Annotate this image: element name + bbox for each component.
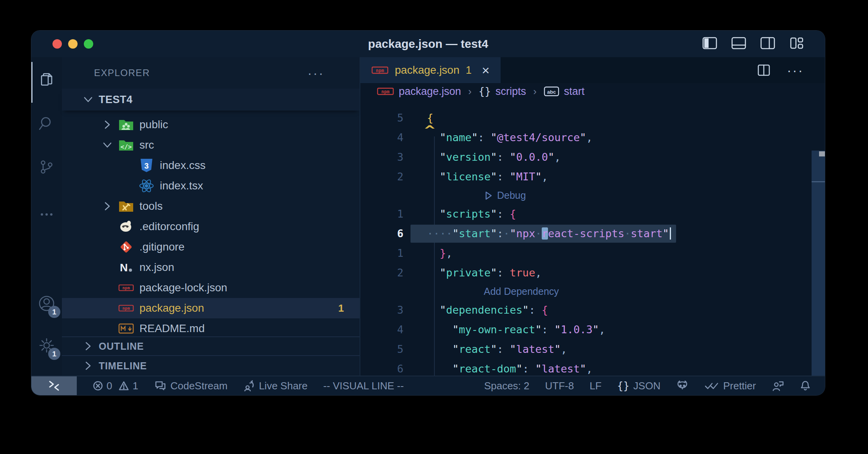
code-line[interactable]: 6 "react-dom": "latest",: [360, 359, 825, 376]
editor-more-actions-button[interactable]: ···: [787, 67, 804, 73]
codelens-label: Debug: [497, 187, 526, 204]
status-indentation[interactable]: Spaces: 2: [484, 380, 530, 392]
status-feedback[interactable]: [772, 380, 784, 392]
toggle-sidebar-right-button[interactable]: [760, 36, 776, 52]
breadcrumb-scripts[interactable]: {}scripts: [479, 85, 526, 98]
tree-item-src[interactable]: </>src: [62, 135, 360, 155]
tab-bar: npm package.json 1 × ···: [360, 57, 825, 83]
line-number[interactable]: 3: [360, 300, 403, 320]
status-live-share[interactable]: Live Share: [243, 380, 307, 392]
errors-icon: [92, 380, 103, 391]
toggle-panel-button[interactable]: [731, 36, 747, 52]
tree-item-tools[interactable]: tools: [62, 196, 360, 216]
line-number[interactable]: 4: [360, 128, 403, 147]
split-editor-button[interactable]: [756, 63, 771, 78]
npm-icon: npm: [377, 86, 394, 96]
close-tab-button[interactable]: ×: [482, 64, 490, 76]
tree-item-readme-md[interactable]: README.md: [62, 318, 360, 336]
markdown-icon: [118, 321, 134, 336]
outline-label: OUTLINE: [99, 341, 144, 352]
code-line[interactable]: 2 "license": "MIT",: [360, 167, 825, 187]
codelens: Add Dependency: [360, 283, 825, 300]
activity-search-button[interactable]: [31, 108, 62, 139]
layout-controls: [702, 31, 805, 57]
line-number[interactable]: 2: [360, 167, 403, 187]
status-remote-indicator[interactable]: [31, 376, 77, 395]
tree-item-nx-json[interactable]: Nnx.json: [62, 257, 360, 278]
tree-item-index-css[interactable]: 3index.css: [62, 155, 360, 176]
indentation-label: Spaces: 2: [484, 380, 530, 392]
code-line[interactable]: 3 "version": "0.0.0",: [360, 147, 825, 167]
debug-play-icon: [484, 191, 493, 201]
tree-item-label: index.tsx: [160, 180, 203, 192]
breadcrumbs: npmpackage.json›{}scripts›abcstart: [360, 83, 825, 100]
outline-section-header[interactable]: OUTLINE: [62, 336, 360, 355]
tree-item-index-tsx[interactable]: index.tsx: [62, 176, 360, 196]
svg-text:N: N: [120, 262, 128, 274]
code-line[interactable]: 1 },: [360, 243, 825, 263]
status-language-mode[interactable]: {}JSON: [617, 380, 661, 392]
tree-item-label: package.json: [139, 302, 204, 314]
line-content: "version": "0.0.0",: [427, 147, 561, 167]
breadcrumb-package-json[interactable]: npmpackage.json: [377, 85, 461, 98]
tree-item--editorconfig[interactable]: .editorconfig: [62, 216, 360, 237]
status-problems[interactable]: 01: [92, 380, 138, 392]
status-formatter[interactable]: Prettier: [704, 380, 756, 392]
toggle-sidebar-left-button[interactable]: [702, 36, 718, 52]
line-number[interactable]: 5: [360, 108, 403, 128]
abc-icon: abc: [544, 86, 559, 97]
tree-item-label: .gitignore: [139, 241, 184, 253]
settings-button[interactable]: 1: [31, 330, 62, 361]
line-number[interactable]: 2: [360, 263, 403, 283]
code-line[interactable]: 4 "my-own-react": "1.0.3",: [360, 320, 825, 340]
line-number[interactable]: 1: [360, 204, 403, 224]
tree-item--gitignore[interactable]: .gitignore: [62, 237, 360, 257]
breadcrumb-start[interactable]: abcstart: [544, 85, 585, 98]
tree-item-package-json[interactable]: npmpackage.json1: [62, 298, 360, 318]
code-line[interactable]: 3 "dependencies": {: [360, 300, 825, 320]
line-number[interactable]: 6: [360, 224, 403, 243]
status-notifications[interactable]: [800, 380, 811, 392]
codelens-add-dependency[interactable]: Add Dependency: [484, 283, 559, 300]
codestream-icon: [154, 380, 166, 392]
tree-item-public[interactable]: public: [62, 114, 360, 135]
search-icon: [38, 114, 56, 133]
timeline-section-header[interactable]: TIMELINE: [62, 355, 360, 376]
line-content: "private": true,: [427, 263, 542, 283]
activity-explorer-button[interactable]: [31, 64, 62, 95]
overview-ruler-marker: [819, 151, 825, 156]
tree-item-label: nx.json: [139, 261, 174, 274]
tree-item-package-lock-json[interactable]: npmpackage-lock.json: [62, 278, 360, 298]
svg-text:3: 3: [144, 162, 148, 170]
codelens-debug[interactable]: Debug: [484, 187, 526, 204]
customize-layout-button[interactable]: [789, 36, 805, 52]
status-vim-mode[interactable]: -- VISUAL LINE --: [323, 380, 404, 392]
tab-package-json[interactable]: npm package.json 1 ×: [360, 57, 501, 83]
chevron-right-icon: [84, 361, 92, 371]
explorer-actions-button[interactable]: ···: [307, 69, 324, 77]
scrollbar-thumb[interactable]: [812, 151, 825, 376]
line-number[interactable]: 3: [360, 147, 403, 167]
status-encoding[interactable]: UTF-8: [545, 380, 574, 392]
status-eol[interactable]: LF: [590, 380, 601, 392]
accounts-button[interactable]: 1: [31, 288, 62, 319]
activity-more-button[interactable]: [31, 196, 62, 227]
code-editor[interactable]: ^ 5{4 "name": "@test4/source",3 "version…: [360, 100, 825, 376]
editor-scrollbar[interactable]: [812, 151, 825, 376]
status-codestream[interactable]: CodeStream: [154, 380, 228, 392]
code-line[interactable]: 1 "scripts": {: [360, 204, 825, 224]
code-line[interactable]: 2 "private": true,: [360, 263, 825, 283]
gutter: [360, 283, 403, 300]
line-number[interactable]: 5: [360, 340, 403, 359]
breadcrumb-label: scripts: [495, 85, 526, 98]
codestream-label: CodeStream: [170, 380, 228, 392]
line-number[interactable]: 6: [360, 359, 403, 376]
code-line[interactable]: 5 "react": "latest",: [360, 340, 825, 359]
line-number[interactable]: 4: [360, 320, 403, 340]
tree-root-test4[interactable]: TEST4: [62, 89, 360, 111]
code-line[interactable]: 6····"start":·"npx·react-scripts·start": [360, 224, 825, 243]
line-number[interactable]: 1: [360, 243, 403, 263]
eol-label: LF: [590, 380, 601, 392]
status-github-feedback[interactable]: [676, 380, 689, 392]
activity-source-control-button[interactable]: [31, 152, 62, 183]
